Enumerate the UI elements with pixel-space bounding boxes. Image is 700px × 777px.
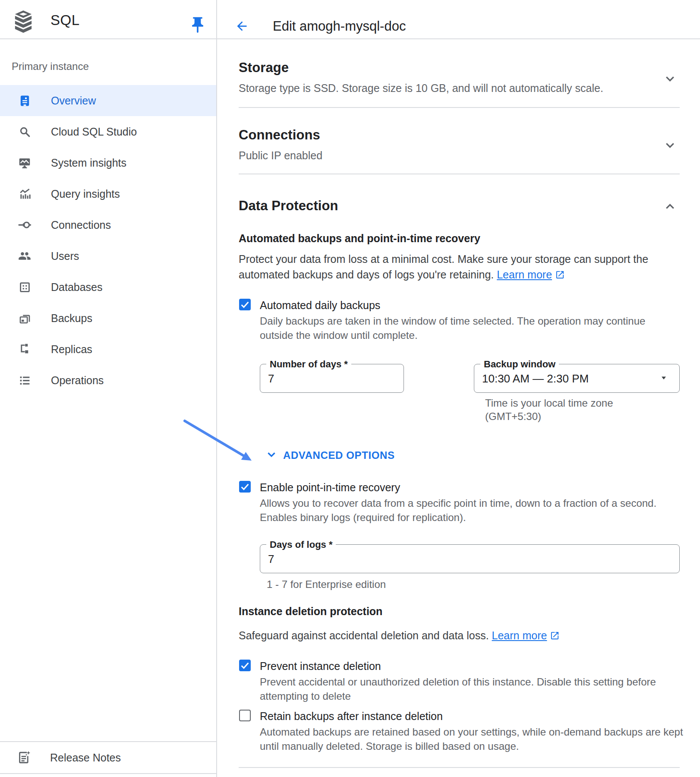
bar-trend-icon xyxy=(18,187,31,200)
sidebar-item-label: Backups xyxy=(51,312,92,325)
help-line: outside the window until complete. xyxy=(260,329,418,341)
sidebar-item-label: Cloud SQL Studio xyxy=(51,126,137,138)
sidebar-item-label: System insights xyxy=(51,157,126,169)
release-notes-icon xyxy=(17,751,31,764)
learn-more-link[interactable]: Learn more xyxy=(497,268,552,281)
list-icon xyxy=(18,374,31,387)
days-of-logs-field[interactable]: Days of logs * 7 xyxy=(260,544,680,573)
sidebar-item-label: Databases xyxy=(51,281,103,294)
help-line: Prevent accidental or unauthorized delet… xyxy=(260,676,656,688)
sidebar-item-replicas[interactable]: Replicas xyxy=(0,334,216,365)
help-line: attempting to delete xyxy=(260,690,351,702)
connections-expand-chevron-down-icon[interactable] xyxy=(663,138,677,154)
sidebar-item-label: Operations xyxy=(51,374,104,387)
number-of-days-label: Number of days * xyxy=(266,359,351,370)
external-link-icon xyxy=(550,629,560,644)
section-divider xyxy=(239,174,680,174)
sidebar-item-overview[interactable]: Overview xyxy=(0,85,216,116)
enable-pitr-checkbox[interactable] xyxy=(239,481,251,493)
backup-window-value: 10:30 AM — 2:30 PM xyxy=(482,372,589,385)
cloud-sql-logo-icon xyxy=(13,9,33,36)
days-of-logs-help: 1 - 7 for Enterprise edition xyxy=(267,577,386,591)
automated-backups-description: Protect your data from loss at a minimal… xyxy=(239,251,648,284)
storage-section-summary: Storage type is SSD. Storage size is 10 … xyxy=(239,81,603,95)
help-line: Enables binary logs (required for replic… xyxy=(260,512,466,523)
help-line: Time is your local time zone xyxy=(485,397,613,409)
data-protection-section-title: Data Protection xyxy=(239,198,338,214)
prevent-deletion-checkbox[interactable] xyxy=(239,660,251,671)
header-divider xyxy=(0,38,700,39)
people-icon xyxy=(18,250,31,262)
external-link-icon xyxy=(555,268,565,284)
sidebar-item-operations[interactable]: Operations xyxy=(0,365,216,396)
section-divider xyxy=(239,767,680,768)
sidebar-item-users[interactable]: Users xyxy=(0,240,216,272)
chevron-down-icon xyxy=(265,448,278,463)
description-line: Safeguard against accidental deletion an… xyxy=(239,629,489,641)
page-title: Edit amogh-mysql-doc xyxy=(273,18,406,35)
prevent-deletion-help: Prevent accidental or unauthorized delet… xyxy=(260,675,656,703)
sidebar-item-backups[interactable]: Backups xyxy=(0,303,216,334)
advanced-options-toggle[interactable]: ADVANCED OPTIONS xyxy=(265,448,395,463)
prevent-deletion-label[interactable]: Prevent instance deletion xyxy=(260,659,381,673)
automated-daily-backups-checkbox[interactable] xyxy=(239,299,251,310)
sidebar-bottom-divider xyxy=(0,773,216,774)
retain-backups-checkbox[interactable] xyxy=(239,710,251,721)
enable-pitr-label[interactable]: Enable point-in-time recovery xyxy=(260,480,400,494)
storage-section-title: Storage xyxy=(239,60,289,76)
sidebar-item-cloud-sql-studio[interactable]: Cloud SQL Studio xyxy=(0,116,216,147)
description-line1: Protect your data from loss at a minimal… xyxy=(239,253,648,265)
sidebar-item-connections[interactable]: Connections xyxy=(0,209,216,240)
section-divider xyxy=(239,107,680,108)
monitor-chart-icon xyxy=(18,156,31,169)
help-line: Daily backups are taken in the window of… xyxy=(260,315,645,327)
backup-window-help: Time is your local time zone (GMT+5:30) xyxy=(485,396,613,423)
sidebar-nav: Overview Cloud SQL Studio System ins xyxy=(0,85,216,396)
sidebar-item-label: Overview xyxy=(51,95,96,107)
backup-window-label: Backup window xyxy=(480,359,559,370)
help-line: Allows you to recover data from a specif… xyxy=(260,497,656,509)
sidebar-item-query-insights[interactable]: Query insights xyxy=(0,178,216,209)
sidebar-item-release-notes[interactable]: Release Notes xyxy=(0,742,216,774)
sidebar-divider xyxy=(216,0,217,777)
automated-backups-heading: Automated backups and point-in-time reco… xyxy=(239,231,480,245)
product-title: SQL xyxy=(50,11,80,29)
dropdown-caret-icon xyxy=(659,373,669,385)
sidebar-item-system-insights[interactable]: System insights xyxy=(0,147,216,178)
description-line2: automated backups and days of logs you'r… xyxy=(239,268,494,281)
pin-icon[interactable] xyxy=(188,16,207,36)
connections-section-summary: Public IP enabled xyxy=(239,148,322,162)
sidebar-item-label: Connections xyxy=(51,219,111,231)
cloud-sql-edit-page: { "app": { "product_name": "SQL", "heade… xyxy=(0,0,700,777)
retain-backups-help: Automated backups are retained based on … xyxy=(260,725,683,753)
sidebar-item-label: Release Notes xyxy=(50,752,121,764)
connections-section-title: Connections xyxy=(239,127,320,143)
learn-more-link[interactable]: Learn more xyxy=(492,629,547,641)
help-line: Automated backups are retained based on … xyxy=(260,726,683,738)
back-arrow-icon[interactable] xyxy=(235,19,249,35)
copy-windows-icon xyxy=(18,312,31,325)
number-of-days-value: 7 xyxy=(268,372,274,385)
sidebar-item-databases[interactable]: Databases xyxy=(0,272,216,303)
storage-expand-chevron-down-icon[interactable] xyxy=(663,72,677,88)
days-of-logs-value: 7 xyxy=(268,552,274,565)
instance-deletion-heading: Instance deletion protection xyxy=(239,604,382,618)
plug-arrow-icon xyxy=(18,218,31,231)
help-line: (GMT+5:30) xyxy=(485,411,541,422)
retain-backups-label[interactable]: Retain backups after instance deletion xyxy=(260,709,443,723)
search-icon xyxy=(18,125,31,138)
help-line: until manually deleted. Storage is bille… xyxy=(260,740,519,752)
days-of-logs-label: Days of logs * xyxy=(266,539,336,550)
number-of-days-field[interactable]: Number of days * 7 xyxy=(260,364,404,393)
backup-window-select[interactable]: Backup window 10:30 AM — 2:30 PM xyxy=(474,364,680,393)
tree-icon xyxy=(18,343,31,356)
data-protection-collapse-chevron-up-icon[interactable] xyxy=(663,199,677,215)
sidebar-item-label: Query insights xyxy=(51,188,120,200)
grid-dots-icon xyxy=(18,281,31,294)
instance-deletion-description: Safeguard against accidental deletion an… xyxy=(239,628,560,644)
automated-daily-backups-label[interactable]: Automated daily backups xyxy=(260,298,380,312)
sidebar-item-label: Replicas xyxy=(51,343,92,356)
automated-daily-backups-help: Daily backups are taken in the window of… xyxy=(260,314,645,342)
enable-pitr-help: Allows you to recover data from a specif… xyxy=(260,496,656,524)
sidebar-item-label: Users xyxy=(51,250,79,262)
